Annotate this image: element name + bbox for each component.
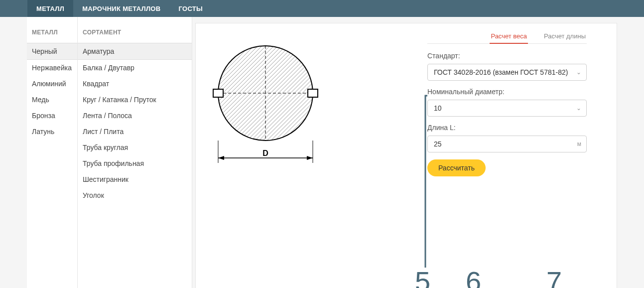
metal-item-aluminum[interactable]: Алюминий	[27, 76, 77, 92]
label-standard: Стандарт:	[427, 52, 587, 60]
sortament-item-truba-profile[interactable]: Труба профильная	[78, 155, 192, 171]
length-unit: м	[577, 141, 581, 147]
chevron-down-icon: ⌄	[576, 69, 581, 76]
main-card: D 5	[195, 23, 617, 288]
metal-item-stainless[interactable]: Нержавейка	[27, 60, 77, 76]
label-diameter: Номинальный диаметр:	[427, 88, 587, 96]
metal-item-copper[interactable]: Медь	[27, 92, 77, 108]
svg-marker-8	[218, 156, 224, 160]
sortament-item-lenta[interactable]: Лента / Полоса	[78, 108, 192, 124]
input-length-value: 25	[434, 140, 442, 148]
dimension-label: D	[262, 149, 268, 157]
input-length[interactable]: 25 м	[427, 136, 587, 152]
metal-item-bronze[interactable]: Бронза	[27, 108, 77, 124]
sidebar-sortament-header: СОРТАМЕНТ	[78, 27, 192, 43]
svg-marker-9	[307, 156, 313, 160]
sortament-item-ugolok[interactable]: Уголок	[78, 187, 192, 203]
sortament-item-kvadrat[interactable]: Квадрат	[78, 76, 192, 92]
annotation-5: 5	[415, 265, 430, 288]
chevron-down-icon: ⌄	[576, 105, 581, 112]
sortament-item-list[interactable]: Лист / Плита	[78, 124, 192, 140]
label-length: Длина L:	[427, 124, 587, 132]
diagram-area: D	[196, 23, 335, 288]
calculate-button[interactable]: Рассчитать	[427, 159, 486, 176]
calc-form: Расчет веса Расчет длины Стандарт: ГОСТ …	[427, 23, 617, 288]
top-nav: МЕТАЛЛ МАРОЧНИК МЕТАЛЛОВ ГОСТЫ	[0, 0, 644, 17]
select-diameter-value: 10	[434, 104, 442, 112]
sortament-item-balka[interactable]: Балка / Двутавр	[78, 60, 192, 76]
sortament-item-hex[interactable]: Шестигранник	[78, 171, 192, 187]
annotation-arrows	[335, 23, 427, 288]
tab-weight[interactable]: Расчет веса	[490, 29, 528, 44]
select-standard-value: ГОСТ 34028-2016 (взамен ГОСТ 5781-82)	[434, 68, 568, 76]
sidebar-metal-header: МЕТАЛЛ	[27, 27, 77, 43]
sortament-item-krug[interactable]: Круг / Катанка / Пруток	[78, 92, 192, 108]
svg-rect-4	[308, 89, 318, 97]
topnav-tab-gosty[interactable]: ГОСТЫ	[169, 0, 212, 17]
annotation-6: 6	[466, 265, 481, 288]
sidebar-metal: МЕТАЛЛ Черный Нержавейка Алюминий Медь Б…	[27, 17, 78, 288]
sortament-item-armatura[interactable]: Арматура	[78, 43, 192, 60]
tab-length[interactable]: Расчет длины	[543, 29, 587, 44]
annotation-7: 7	[546, 265, 562, 288]
metal-item-black[interactable]: Черный	[27, 43, 77, 60]
cross-section-diagram: D	[211, 33, 320, 178]
select-standard[interactable]: ГОСТ 34028-2016 (взамен ГОСТ 5781-82) ⌄	[427, 64, 587, 81]
sortament-item-truba-round[interactable]: Труба круглая	[78, 140, 192, 155]
metal-item-brass[interactable]: Латунь	[27, 124, 77, 140]
topnav-tab-marochnik[interactable]: МАРОЧНИК МЕТАЛЛОВ	[73, 0, 169, 17]
select-diameter[interactable]: 10 ⌄	[427, 100, 587, 117]
sidebar-sortament: СОРТАМЕНТ Арматура Балка / Двутавр Квадр…	[78, 17, 192, 288]
svg-rect-3	[213, 89, 223, 97]
topnav-tab-metal[interactable]: МЕТАЛЛ	[27, 0, 73, 17]
